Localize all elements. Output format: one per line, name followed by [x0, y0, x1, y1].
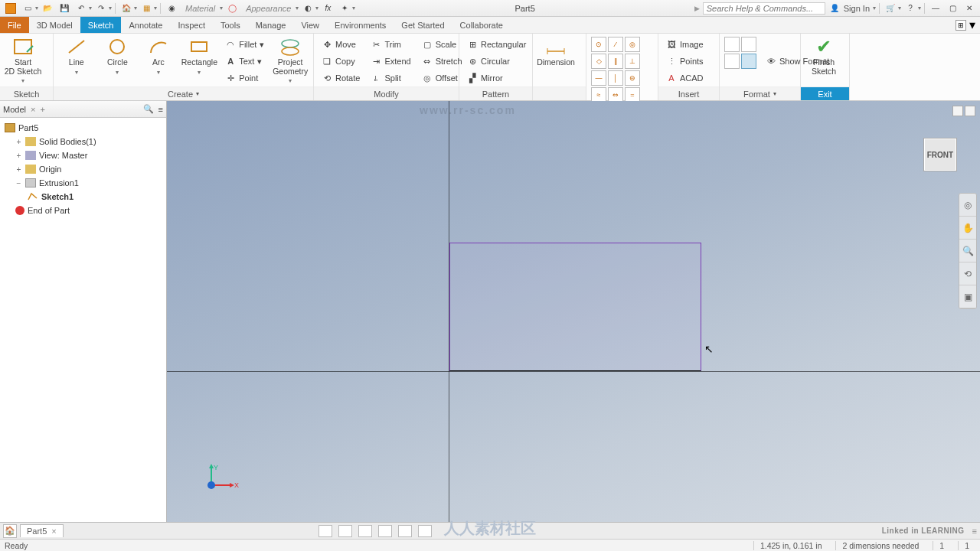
finish-sketch-button[interactable]: ✔ Finish Sketch: [805, 35, 842, 76]
tree-end-of-part[interactable]: End of Part: [2, 204, 165, 217]
text-button[interactable]: AText ▾: [222, 54, 267, 69]
help-icon[interactable]: ?: [903, 2, 918, 15]
tab-manage[interactable]: Manage: [248, 17, 294, 33]
rotate-button[interactable]: ⟲Rotate: [318, 70, 363, 86]
appearance-icon[interactable]: ◯: [224, 2, 240, 15]
browser-menu-icon[interactable]: ≡: [158, 105, 163, 114]
status-toggle-6-icon[interactable]: [418, 525, 432, 537]
tabs-menu-icon[interactable]: ≡: [968, 527, 977, 536]
search-input[interactable]: [703, 2, 825, 15]
home-tab-icon[interactable]: 🏠: [3, 524, 17, 538]
tab-get-started[interactable]: Get Started: [394, 17, 452, 33]
tree-root[interactable]: Part5: [2, 121, 165, 135]
start-2d-sketch-button[interactable]: Start 2D Sketch ▾: [5, 35, 41, 84]
minimize-icon[interactable]: —: [928, 2, 943, 15]
arc-button[interactable]: Arc▾: [140, 35, 177, 76]
open-icon[interactable]: 📂: [40, 2, 55, 15]
dimension-button[interactable]: Dimension: [537, 35, 574, 67]
format-centerpoint-icon[interactable]: [741, 54, 756, 69]
viewport-restore-icon[interactable]: [952, 106, 963, 116]
tree-origin[interactable]: +Origin: [2, 162, 165, 176]
stretch-button[interactable]: ⇔Stretch: [419, 54, 466, 69]
tab-file[interactable]: File: [0, 17, 29, 33]
browser-tab-close-icon[interactable]: ×: [31, 105, 35, 114]
split-button[interactable]: ⫰Split: [368, 70, 413, 86]
ribbon-extra-icon[interactable]: ⊞: [956, 20, 966, 31]
browser-tab-model[interactable]: Model: [3, 105, 26, 114]
tab-sketch[interactable]: Sketch: [80, 17, 122, 33]
tab-environments[interactable]: Environments: [327, 17, 394, 33]
format-centerline-icon[interactable]: [741, 37, 756, 52]
save-icon[interactable]: 💾: [57, 2, 72, 15]
status-toggle-2-icon[interactable]: [338, 525, 352, 537]
offset-button[interactable]: ◎Offset: [419, 70, 466, 86]
redo-icon[interactable]: ↷: [93, 2, 109, 15]
tab-inspect[interactable]: Inspect: [171, 17, 213, 33]
appearance-label[interactable]: Appearance: [241, 4, 296, 13]
constrain-coincident-icon[interactable]: ⊙: [591, 37, 606, 52]
constrain-concentric-icon[interactable]: ◎: [625, 37, 640, 52]
home-icon[interactable]: 🏠: [119, 2, 134, 15]
format-construction-icon[interactable]: [724, 37, 740, 52]
new-icon[interactable]: ▭: [20, 2, 35, 15]
viewport-close-icon[interactable]: [965, 106, 975, 116]
constrain-smooth-icon[interactable]: ≈: [591, 87, 606, 103]
constrain-collinear-icon[interactable]: ∕: [608, 37, 623, 52]
nav-orbit-icon[interactable]: ⟲: [959, 262, 976, 285]
constrain-fix-icon[interactable]: ◇: [591, 54, 606, 69]
fx-icon[interactable]: fx: [320, 2, 335, 15]
constrain-symmetric-icon[interactable]: ⇔: [608, 87, 623, 103]
material-label[interactable]: Material: [181, 4, 220, 13]
constrain-tangent-icon[interactable]: ⊖: [625, 70, 640, 86]
nav-lookat-icon[interactable]: ▣: [959, 285, 976, 308]
tab-view[interactable]: View: [293, 17, 327, 33]
status-toggle-4-icon[interactable]: [378, 525, 392, 537]
nav-wheel-icon[interactable]: ◎: [959, 194, 976, 217]
tree-extrusion[interactable]: −Extrusion1: [2, 176, 165, 190]
scale-button[interactable]: ▢Scale: [419, 37, 466, 52]
tree-view-master[interactable]: +View: Master: [2, 148, 165, 162]
status-toggle-3-icon[interactable]: [358, 525, 372, 537]
format-driven-icon[interactable]: [724, 54, 740, 69]
material-icon[interactable]: ◉: [164, 2, 179, 15]
trim-button[interactable]: ✂Trim: [368, 37, 413, 52]
view-cube[interactable]: FRONT: [923, 138, 957, 171]
constrain-horizontal-icon[interactable]: —: [591, 70, 606, 86]
nav-zoom-icon[interactable]: 🔍: [959, 240, 976, 262]
undo-icon[interactable]: ↶: [74, 2, 89, 15]
status-toggle-5-icon[interactable]: [398, 525, 412, 537]
constrain-equal-icon[interactable]: =: [625, 87, 640, 103]
tab-tools[interactable]: Tools: [213, 17, 248, 33]
nav-pan-icon[interactable]: ✋: [959, 217, 976, 240]
doc-tab-part5[interactable]: Part5×: [20, 524, 64, 537]
status-toggle-1-icon[interactable]: [318, 525, 332, 537]
close-icon[interactable]: ✕: [962, 2, 977, 15]
project-geometry-button[interactable]: Project Geometry▾: [272, 35, 309, 84]
line-button[interactable]: Line▾: [58, 35, 95, 76]
settings-icon[interactable]: ✦: [337, 2, 352, 15]
user-icon[interactable]: 👤: [827, 2, 842, 15]
browser-search-icon[interactable]: 🔍: [143, 104, 154, 114]
rectangular-pattern-button[interactable]: ⊞Rectangular: [464, 37, 529, 52]
tab-3d-model[interactable]: 3D Model: [29, 17, 80, 33]
copy-button[interactable]: ❏Copy: [318, 54, 363, 69]
select-icon[interactable]: ▦: [139, 2, 154, 15]
appearance-swap-icon[interactable]: ◐: [300, 2, 315, 15]
cart-icon[interactable]: 🛒: [883, 2, 898, 15]
tree-solid-bodies[interactable]: +Solid Bodies(1): [2, 135, 165, 148]
restore-icon[interactable]: ▢: [945, 2, 960, 15]
insert-acad-button[interactable]: AACAD: [663, 70, 707, 86]
point-button[interactable]: ✛Point: [222, 70, 267, 86]
fillet-button[interactable]: ◠Fillet ▾: [222, 37, 267, 52]
insert-image-button[interactable]: 🖼Image: [663, 37, 707, 52]
constrain-perpendicular-icon[interactable]: ⊥: [625, 54, 640, 69]
insert-points-button[interactable]: ⋮Points: [663, 54, 707, 69]
circle-button[interactable]: Circle▾: [100, 35, 136, 76]
tree-sketch1[interactable]: Sketch1: [2, 190, 165, 204]
tab-annotate[interactable]: Annotate: [121, 17, 170, 33]
constrain-parallel-icon[interactable]: ∥: [608, 54, 623, 69]
extend-button[interactable]: ⇥Extend: [368, 54, 413, 69]
canvas[interactable]: www.rr-sc.com ↖ FRONT ◎ ✋ 🔍 ⟲ ▣ Y X: [167, 101, 980, 522]
mirror-button[interactable]: ▞Mirror: [464, 70, 529, 86]
tab-collaborate[interactable]: Collaborate: [452, 17, 511, 33]
